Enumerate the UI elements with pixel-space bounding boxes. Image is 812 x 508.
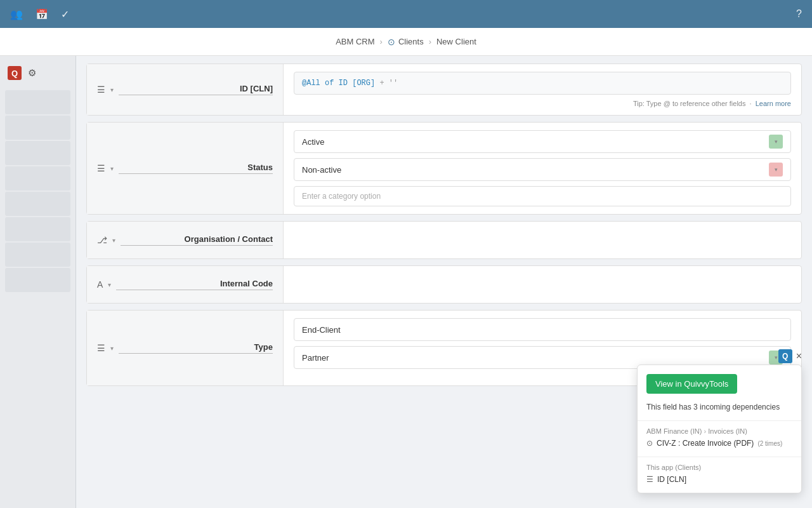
field-content-id: @All of ID [ORG] + '' Tip: Type @ to ref… [284,64,801,115]
popup-section-2-title: This app (Clients) [646,464,792,471]
sidebar-items [0,90,75,292]
popup-close-icon[interactable]: × [796,351,802,361]
learn-more-link[interactable]: Learn more [756,100,791,107]
status-option-inactive[interactable]: Non-active ▾ [294,158,791,181]
type-partner-label: Partner [302,353,329,363]
field-label-col-id: ☰ ▾ ID [CLN] [87,64,284,115]
content-area: ☰ ▾ ID [CLN] @All of ID [ORG] + '' Tip: … [76,56,812,508]
popup-section-2: This app (Clients) ☰ ID [CLN] [638,457,801,493]
top-navigation: 👥 📅 ✓ ? [0,0,812,28]
breadcrumb-clients-label: Clients [398,37,424,46]
sidebar-q-icon[interactable]: Q [8,66,22,80]
breadcrumb-app[interactable]: ABM CRM [336,37,374,46]
list-item[interactable] [5,268,70,292]
field-content-internal-code [284,266,801,303]
type-option-endclient[interactable]: End-Client [294,318,791,341]
tip-text: Tip: Type @ to reference other fields [633,100,745,107]
list-item[interactable] [5,90,70,114]
status-color-inactive[interactable]: ▾ [769,163,783,177]
users-icon[interactable]: 👥 [10,8,23,20]
field-menu-btn[interactable]: ▾ [110,86,114,93]
view-in-quivvytools-button[interactable]: View in QuivvyTools [646,374,737,394]
status-color-active[interactable]: ▾ [769,135,783,149]
popup-description: This field has 3 incoming dependencies [638,403,801,421]
breadcrumb-current: New Client [436,37,476,46]
checkmark-icon[interactable]: ✓ [61,8,69,20]
field-content-status: Active ▾ Non-active ▾ Enter a category o… [284,123,801,214]
formula-tip: Tip: Type @ to reference other fields · … [294,100,791,107]
popup-dep-item-1: ⊙ CIV-Z : Create Invoice (PDF) (2 times) [646,439,792,448]
list-item[interactable] [5,217,70,241]
formula-str: + '' [375,79,398,88]
list-item[interactable] [5,166,70,190]
popup-container: Q × View in QuivvyTools This field has 3… [637,349,802,493]
clients-icon: ⊙ [388,37,395,47]
breadcrumb-sep-1: › [380,37,383,46]
popup-box: View in QuivvyTools This field has 3 inc… [637,364,802,493]
document-icon: ⊙ [646,439,653,448]
formula-all: @All of ID [ORG] [302,79,375,88]
field-label-type: Type [119,342,273,354]
field-label-org: Organisation / Contact [121,234,273,246]
org-icon: ⎇ [97,235,107,245]
field-row-org: ⎇ ▾ Organisation / Contact [86,221,802,259]
popup-dep-1-badge: (2 times) [757,440,782,447]
field-content-org [284,222,801,258]
popup-path-1: ABM Finance (IN) [646,427,702,435]
sidebar: Q ⚙ [0,56,76,508]
popup-header: Q × [637,349,802,363]
field-label-col-internal-code: A ▾ Internal Code [87,266,284,303]
field-row-id-cln: ☰ ▾ ID [CLN] @All of ID [ORG] + '' Tip: … [86,64,802,116]
popup-dep-2-label: ID [CLN] [657,475,686,484]
breadcrumb-clients[interactable]: ⊙ Clients [388,37,424,47]
help-icon[interactable]: ? [796,8,802,20]
list-icon: ☰ [97,84,105,95]
status-active-label: Active [302,137,324,147]
list-icon: ☰ [97,163,105,173]
calendar-icon[interactable]: 📅 [36,8,48,20]
popup-q-icon: Q [778,349,792,363]
popup-dep-1-label: CIV-Z : Create Invoice (PDF) [657,439,754,448]
breadcrumb: ABM CRM › ⊙ Clients › New Client [0,28,812,56]
field-label-col-type: ☰ ▾ Type [87,311,284,385]
status-option-active[interactable]: Active ▾ [294,130,791,153]
field-label-col-status: ☰ ▾ Status [87,123,284,214]
field-menu-btn[interactable]: ▾ [110,165,114,172]
list-item[interactable] [5,192,70,216]
popup-section-1: ABM Finance (IN) › Invoices (IN) ⊙ CIV-Z… [638,421,801,457]
list-item[interactable] [5,116,70,140]
field-menu-btn[interactable]: ▾ [112,237,115,244]
popup-section-1-title: ABM Finance (IN) › Invoices (IN) [646,427,792,435]
chevron-down-icon: ▾ [775,138,778,145]
formula-input[interactable]: @All of ID [ORG] + '' [294,72,791,95]
list-item[interactable] [5,243,70,267]
nav-icons-left: 👥 📅 ✓ [10,8,69,20]
sidebar-gear-icon[interactable]: ⚙ [28,67,36,79]
chevron-down-icon: ▾ [775,166,778,173]
status-inactive-label: Non-active [302,165,341,175]
field-row-status: ☰ ▾ Status Active ▾ Non-active ▾ Enter [86,122,802,215]
field-label-status: Status [119,163,273,174]
field-label-internal-code: Internal Code [116,279,273,290]
field-label-col-org: ⎇ ▾ Organisation / Contact [87,222,284,258]
category-input[interactable]: Enter a category option [294,186,791,206]
field-menu-btn[interactable]: ▾ [110,345,114,352]
sidebar-top: Q ⚙ [0,61,75,85]
popup-arrow [777,364,787,365]
type-endclient-label: End-Client [302,325,341,335]
text-icon: A [97,279,103,290]
field-row-internal-code: A ▾ Internal Code [86,265,802,304]
field-menu-btn[interactable]: ▾ [108,281,111,288]
breadcrumb-sep-2: › [429,37,431,46]
popup-path-sub: Invoices (IN) [708,427,747,435]
main-layout: Q ⚙ ☰ ▾ ID [CLN] @All of ID [ORG] [0,56,812,508]
popup-dep-item-2: ☰ ID [CLN] [646,475,792,484]
list-icon: ☰ [646,475,653,484]
list-icon: ☰ [97,343,105,353]
list-item[interactable] [5,141,70,165]
field-label-id: ID [CLN] [119,84,273,95]
